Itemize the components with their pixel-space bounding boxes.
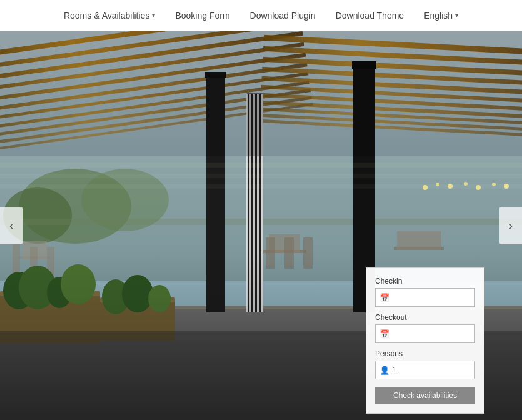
- persons-field[interactable]: 👤: [375, 361, 475, 379]
- checkout-input[interactable]: [393, 329, 471, 338]
- next-button[interactable]: ›: [499, 207, 522, 244]
- checkin-calendar-icon: 📅: [379, 293, 389, 302]
- persons-label: Persons: [375, 349, 475, 358]
- lang-chevron-icon: ▾: [455, 12, 458, 19]
- persons-input[interactable]: [392, 366, 471, 374]
- svg-rect-71: [0, 31, 522, 156]
- nav-rooms[interactable]: Rooms & Availabilities ▾: [64, 11, 155, 21]
- checkin-field[interactable]: 📅: [375, 288, 475, 307]
- checkout-field[interactable]: 📅: [375, 324, 475, 343]
- nav-theme[interactable]: Download Theme: [336, 11, 404, 21]
- prev-button[interactable]: ‹: [0, 207, 23, 244]
- booking-panel: Checkin 📅 Checkout 📅 Persons 👤 Check ava…: [366, 268, 484, 414]
- main-nav: Rooms & Availabilities ▾ Booking Form Do…: [0, 0, 522, 31]
- svg-rect-50: [397, 231, 441, 250]
- checkin-input[interactable]: [393, 293, 471, 302]
- svg-rect-74: [0, 184, 522, 189]
- nav-booking[interactable]: Booking Form: [175, 11, 229, 21]
- check-availabilities-button[interactable]: Check availabilities: [375, 387, 475, 404]
- checkout-calendar-icon: 📅: [379, 329, 389, 339]
- hero-slider: ‹ › Checkin 📅 Checkout 📅 Persons 👤 Check…: [0, 31, 522, 420]
- rooms-chevron-icon: ▾: [152, 12, 155, 19]
- checkout-label: Checkout: [375, 313, 475, 322]
- checkin-label: Checkin: [375, 277, 475, 286]
- nav-language[interactable]: English ▾: [424, 11, 458, 21]
- nav-plugin[interactable]: Download Plugin: [250, 11, 316, 21]
- svg-rect-73: [0, 174, 522, 178]
- persons-icon: 👤: [379, 366, 389, 375]
- svg-rect-72: [0, 162, 522, 168]
